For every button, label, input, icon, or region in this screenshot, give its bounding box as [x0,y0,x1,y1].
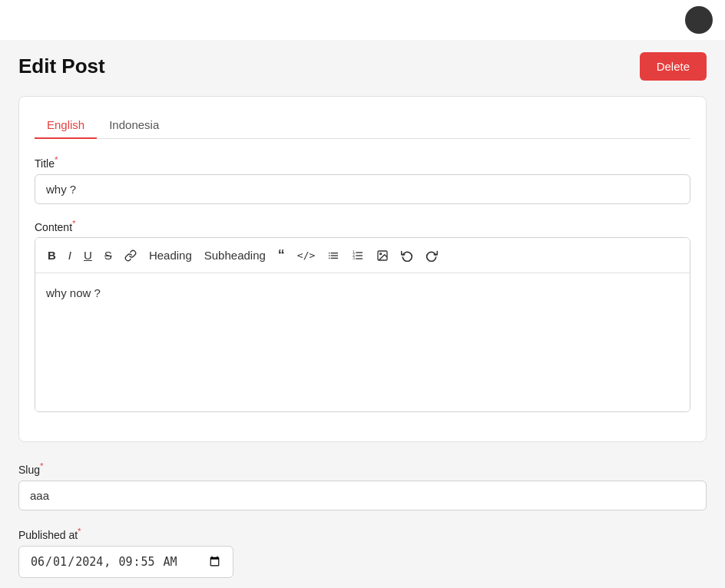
language-card: English Indonesia Title* Content* B I U … [18,96,707,442]
svg-rect-11 [356,258,363,259]
published-label: Published at* [18,526,707,541]
avatar[interactable] [685,6,713,34]
toolbar-subheading[interactable]: Subheading [200,246,270,265]
toolbar-underline[interactable]: U [79,246,97,265]
ordered-list-icon: 1. 2. 3. [352,249,364,262]
published-section: Published at* [18,526,707,578]
editor-content[interactable]: why now ? [35,273,690,411]
svg-text:3.: 3. [353,256,356,260]
toolbar-image[interactable] [372,246,393,265]
svg-point-13 [380,253,382,254]
svg-rect-1 [331,253,338,253]
content-label: Content* [35,218,690,233]
tab-indonesia[interactable]: Indonesia [97,112,171,139]
published-input[interactable] [18,546,233,578]
title-label: Title* [35,154,690,170]
toolbar-bold[interactable]: B [43,246,61,265]
toolbar-ordered-list[interactable]: 1. 2. 3. [347,246,369,265]
toolbar-strikethrough[interactable]: S [100,246,117,265]
page-title: Edit Post [18,55,105,78]
toolbar-redo[interactable] [421,246,442,265]
toolbar-heading[interactable]: Heading [144,246,197,265]
svg-rect-7 [356,252,363,253]
slug-input[interactable] [18,481,707,510]
slug-section: Slug* [18,461,707,510]
content-field-group: Content* B I U S Heading Subhe [35,218,690,413]
svg-rect-5 [331,257,338,258]
svg-rect-4 [329,257,329,258]
svg-rect-3 [331,255,338,256]
slug-label: Slug* [18,461,707,476]
toolbar-bullet-list[interactable] [323,246,344,265]
page-container: Edit Post Delete English Indonesia Title… [0,40,725,588]
title-input[interactable] [35,174,690,204]
image-icon [376,249,389,262]
toolbar-italic[interactable]: I [64,246,76,265]
svg-rect-0 [329,253,329,253]
top-bar [0,0,725,40]
toolbar-code[interactable]: </> [293,246,319,264]
editor-container: B I U S Heading Subheading “ </> [35,237,690,412]
title-field-group: Title* [35,154,690,204]
toolbar-quote[interactable]: “ [273,244,290,266]
language-tabs: English Indonesia [35,112,690,139]
svg-rect-9 [356,255,363,256]
svg-rect-2 [329,255,329,256]
toolbar-link[interactable] [120,246,141,265]
tab-english[interactable]: English [35,112,97,139]
undo-icon [401,249,413,262]
bullet-list-icon [327,249,339,262]
delete-button[interactable]: Delete [640,52,707,81]
toolbar-undo[interactable] [396,246,418,265]
page-header: Edit Post Delete [18,52,707,81]
editor-toolbar: B I U S Heading Subheading “ </> [35,238,690,273]
link-icon [124,249,137,262]
redo-icon [425,249,438,262]
